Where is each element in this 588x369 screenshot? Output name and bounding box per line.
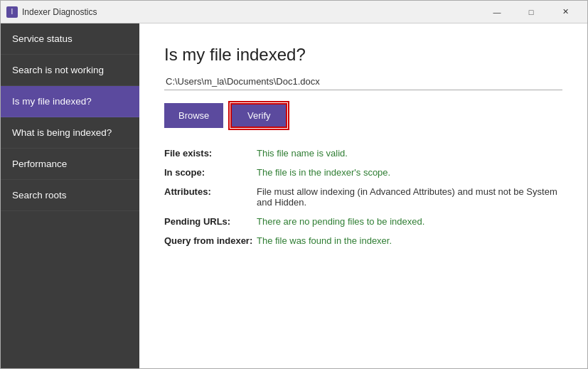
result-label-pending-urls: Pending URLs: xyxy=(164,216,257,227)
result-row-in-scope: In scope: The file is in the indexer's s… xyxy=(164,167,562,178)
sidebar-item-search-roots[interactable]: Search roots xyxy=(1,180,139,211)
window-title: Indexer Diagnostics xyxy=(22,7,481,17)
browse-button[interactable]: Browse xyxy=(164,103,223,128)
result-value-pending-urls: There are no pending files to be indexed… xyxy=(257,216,424,227)
content-area: Service status Search is not working Is … xyxy=(1,23,587,368)
titlebar: I Indexer Diagnostics — □ ✕ xyxy=(1,1,587,23)
sidebar-item-performance[interactable]: Performance xyxy=(1,149,139,180)
sidebar-item-service-status[interactable]: Service status xyxy=(1,23,139,55)
page-title: Is my file indexed? xyxy=(164,45,562,65)
sidebar-item-what-being-indexed[interactable]: What is being indexed? xyxy=(1,117,139,149)
window-controls: — □ ✕ xyxy=(481,1,582,23)
result-label-in-scope: In scope: xyxy=(164,167,257,178)
result-value-query-indexer: The file was found in the indexer. xyxy=(257,235,392,246)
result-value-file-exists: This file name is valid. xyxy=(257,148,348,159)
button-row: Browse Verify xyxy=(164,103,562,128)
main-content: Is my file indexed? Browse Verify File e… xyxy=(139,23,587,368)
result-label-attributes: Attributes: xyxy=(164,186,257,197)
file-path-input[interactable] xyxy=(164,73,562,90)
app-icon: I xyxy=(6,6,18,18)
sidebar: Service status Search is not working Is … xyxy=(1,23,139,368)
sidebar-item-is-file-indexed[interactable]: Is my file indexed? xyxy=(1,86,139,117)
result-row-query-indexer: Query from indexer: The file was found i… xyxy=(164,235,562,246)
minimize-button[interactable]: — xyxy=(481,1,513,23)
result-row-attributes: Attributes: File must allow indexing (in… xyxy=(164,186,562,208)
result-value-attributes: File must allow indexing (in Advanced At… xyxy=(257,186,562,208)
result-row-pending-urls: Pending URLs: There are no pending files… xyxy=(164,216,562,227)
result-value-in-scope: The file is in the indexer's scope. xyxy=(257,167,390,178)
result-label-file-exists: File exists: xyxy=(164,148,257,159)
results-table: File exists: This file name is valid. In… xyxy=(164,148,562,246)
main-window: I Indexer Diagnostics — □ ✕ Service stat… xyxy=(0,0,588,369)
sidebar-item-search-not-working[interactable]: Search is not working xyxy=(1,55,139,86)
result-label-query-indexer: Query from indexer: xyxy=(164,235,257,246)
close-button[interactable]: ✕ xyxy=(549,1,582,23)
verify-button[interactable]: Verify xyxy=(230,103,287,128)
result-row-file-exists: File exists: This file name is valid. xyxy=(164,148,562,159)
maximize-button[interactable]: □ xyxy=(515,1,547,23)
